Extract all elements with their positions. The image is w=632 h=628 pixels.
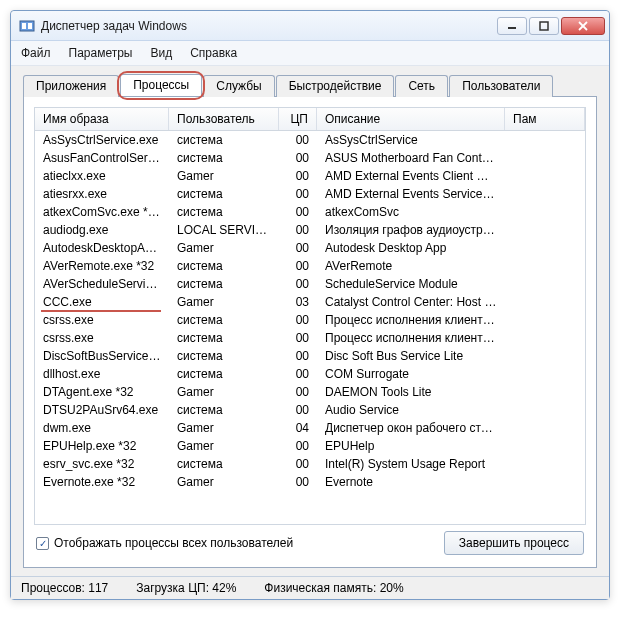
table-row[interactable]: dwm.exeGamer04Диспетчер окон рабочего ст… [35,419,585,437]
cell-cpu: 00 [279,131,317,149]
cell-user: система [169,275,279,293]
cell-desc: Disc Soft Bus Service Lite [317,347,505,365]
cell-user: Gamer [169,473,279,491]
table-row[interactable]: audiodg.exeLOCAL SERVICE00Изоляция графо… [35,221,585,239]
table-row[interactable]: AsusFanControlServic...система00ASUS Mot… [35,149,585,167]
cell-user: система [169,365,279,383]
cell-desc: Процесс исполнения клиент-с... [317,311,505,329]
column-image-name[interactable]: Имя образа [35,108,169,130]
table-row[interactable]: AVerRemote.exe *32система00AVerRemote [35,257,585,275]
cell-user: система [169,257,279,275]
cell-name: Evernote.exe *32 [35,473,169,491]
table-row[interactable]: atkexComSvc.exe *32система00atkexComSvc [35,203,585,221]
table-row[interactable]: Evernote.exe *32Gamer00Evernote [35,473,585,491]
window-title: Диспетчер задач Windows [41,19,497,33]
cell-desc: AVerRemote [317,257,505,275]
cell-name: audiodg.exe [35,221,169,239]
cell-desc: Процесс исполнения клиент-с... [317,329,505,347]
title-bar[interactable]: Диспетчер задач Windows [11,11,609,41]
cell-cpu: 00 [279,365,317,383]
cell-desc: Изоляция графов аудиоустро... [317,221,505,239]
cell-cpu: 00 [279,401,317,419]
cell-user: система [169,131,279,149]
cell-user: система [169,311,279,329]
column-memory[interactable]: Пам [505,108,585,130]
table-row[interactable]: csrss.exeсистема00Процесс исполнения кли… [35,311,585,329]
status-processes: Процессов: 117 [21,581,108,595]
cell-user: система [169,347,279,365]
cell-name: AsSysCtrlService.exe [35,131,169,149]
cell-user: система [169,185,279,203]
tab-services[interactable]: Службы [203,75,274,97]
cell-cpu: 00 [279,203,317,221]
table-row[interactable]: esrv_svc.exe *32система00Intel(R) System… [35,455,585,473]
table-row[interactable]: DTSU2PAuSrv64.exeсистема00Audio Service [35,401,585,419]
cell-user: Gamer [169,419,279,437]
cell-cpu: 00 [279,329,317,347]
show-all-users-checkbox[interactable]: ✓ Отображать процессы всех пользователей [36,536,438,550]
column-headers: Имя образа Пользователь ЦП Описание Пам [35,108,585,131]
tab-processes[interactable]: Процессы [120,74,202,96]
table-row[interactable]: dllhost.exeсистема00COM Surrogate [35,365,585,383]
menu-help[interactable]: Справка [188,43,239,63]
tab-network[interactable]: Сеть [395,75,448,97]
menu-view[interactable]: Вид [148,43,174,63]
table-row[interactable]: atiesrxx.exeсистема00AMD External Events… [35,185,585,203]
table-row[interactable]: csrss.exeсистема00Процесс исполнения кли… [35,329,585,347]
content-panel: Имя образа Пользователь ЦП Описание Пам … [23,96,597,568]
table-row[interactable]: AVerScheduleService....система00Schedule… [35,275,585,293]
close-button[interactable] [561,17,605,35]
cell-desc: EPUHelp [317,437,505,455]
table-row[interactable]: atieclxx.exeGamer00AMD External Events C… [35,167,585,185]
end-process-button[interactable]: Завершить процесс [444,531,584,555]
cell-user: Gamer [169,383,279,401]
cell-cpu: 00 [279,275,317,293]
cell-name: DiscSoftBusServiceLit... [35,347,169,365]
cell-cpu: 04 [279,419,317,437]
cell-desc: Evernote [317,473,505,491]
cell-desc: ASUS Motherboard Fan Control ... [317,149,505,167]
cell-name: esrv_svc.exe *32 [35,455,169,473]
process-rows[interactable]: AsSysCtrlService.exeсистема00AsSysCtrlSe… [35,131,585,524]
cell-desc: COM Surrogate [317,365,505,383]
svg-rect-4 [540,22,548,30]
column-description[interactable]: Описание [317,108,505,130]
table-row[interactable]: AutodeskDesktopApp....Gamer00Autodesk De… [35,239,585,257]
cell-cpu: 00 [279,167,317,185]
cell-name: CCC.exe [35,293,169,311]
cell-name: AVerScheduleService.... [35,275,169,293]
svg-rect-1 [22,23,26,29]
tab-users[interactable]: Пользователи [449,75,553,97]
menu-bar: Файл Параметры Вид Справка [11,41,609,66]
cell-user: Gamer [169,239,279,257]
tab-applications[interactable]: Приложения [23,75,119,97]
menu-file[interactable]: Файл [19,43,53,63]
table-row[interactable]: AsSysCtrlService.exeсистема00AsSysCtrlSe… [35,131,585,149]
cell-desc: Диспетчер окон рабочего стола [317,419,505,437]
cell-name: csrss.exe [35,311,169,329]
cell-name: EPUHelp.exe *32 [35,437,169,455]
minimize-button[interactable] [497,17,527,35]
cell-cpu: 00 [279,221,317,239]
tab-performance[interactable]: Быстродействие [276,75,395,97]
menu-options[interactable]: Параметры [67,43,135,63]
status-bar: Процессов: 117 Загрузка ЦП: 42% Физическ… [11,576,609,599]
table-row[interactable]: CCC.exeGamer03Catalyst Control Center: H… [35,293,585,311]
maximize-button[interactable] [529,17,559,35]
cell-user: система [169,401,279,419]
cell-desc: Audio Service [317,401,505,419]
cell-desc: DAEMON Tools Lite [317,383,505,401]
cell-cpu: 00 [279,437,317,455]
cell-user: Gamer [169,167,279,185]
table-row[interactable]: DTAgent.exe *32Gamer00DAEMON Tools Lite [35,383,585,401]
checkbox-icon: ✓ [36,537,49,550]
app-icon [19,18,35,34]
column-user[interactable]: Пользователь [169,108,279,130]
cell-name: AVerRemote.exe *32 [35,257,169,275]
cell-cpu: 03 [279,293,317,311]
table-row[interactable]: DiscSoftBusServiceLit...система00Disc So… [35,347,585,365]
column-cpu[interactable]: ЦП [279,108,317,130]
cell-cpu: 00 [279,185,317,203]
cell-name: AsusFanControlServic... [35,149,169,167]
table-row[interactable]: EPUHelp.exe *32Gamer00EPUHelp [35,437,585,455]
